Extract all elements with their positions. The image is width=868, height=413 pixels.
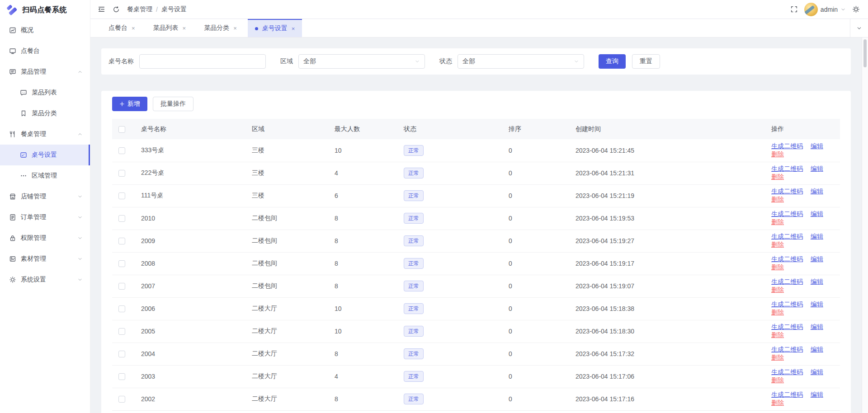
sidebar-item-order-management[interactable]: 订单管理 bbox=[0, 207, 90, 228]
refresh-button[interactable] bbox=[113, 6, 120, 13]
cell-created-time: 2023-06-04 15:19:07 bbox=[576, 275, 771, 297]
user-menu[interactable]: admin bbox=[804, 3, 846, 16]
row-checkbox[interactable] bbox=[118, 328, 125, 335]
sidebar-item-overview[interactable]: 概况 bbox=[0, 20, 90, 41]
cell-sort: 0 bbox=[509, 320, 576, 343]
tab-order-station[interactable]: 点餐台 × bbox=[101, 19, 142, 37]
edit-link[interactable]: 编辑 bbox=[811, 300, 823, 308]
generate-qrcode-link[interactable]: 生成二维码 bbox=[771, 278, 803, 285]
breadcrumb: 餐桌管理 / 桌号设置 bbox=[127, 5, 187, 14]
delete-link[interactable]: 删除 bbox=[771, 286, 784, 293]
generate-qrcode-link[interactable]: 生成二维码 bbox=[771, 210, 803, 217]
row-checkbox[interactable] bbox=[118, 147, 125, 154]
status-select[interactable]: 全部 bbox=[458, 54, 584, 69]
sidebar-item-system-settings[interactable]: 系统设置 bbox=[0, 269, 90, 290]
row-checkbox[interactable] bbox=[118, 351, 125, 357]
tab-dish-list[interactable]: 菜品列表 × bbox=[146, 19, 193, 37]
edit-link[interactable]: 编辑 bbox=[811, 368, 823, 375]
column-header-status: 状态 bbox=[404, 119, 509, 139]
delete-link[interactable]: 删除 bbox=[771, 309, 784, 316]
generate-qrcode-link[interactable]: 生成二维码 bbox=[771, 142, 803, 150]
cell-area: 二楼大厅 bbox=[252, 297, 335, 320]
sidebar-item-dish-list[interactable]: 菜品列表 bbox=[0, 82, 90, 103]
table-name-input[interactable] bbox=[139, 54, 266, 69]
cell-table-name: 333号桌 bbox=[141, 139, 252, 162]
fullscreen-button[interactable] bbox=[790, 5, 798, 13]
scrollbar-thumb[interactable] bbox=[863, 39, 867, 67]
tab-close-icon[interactable]: × bbox=[132, 25, 135, 31]
sidebar-collapse-button[interactable] bbox=[98, 5, 105, 13]
edit-link[interactable]: 编辑 bbox=[811, 188, 823, 195]
generate-qrcode-link[interactable]: 生成二维码 bbox=[771, 391, 803, 398]
column-header-sort: 排序 bbox=[509, 119, 576, 139]
delete-link[interactable]: 删除 bbox=[771, 241, 784, 248]
tab-table-number-settings[interactable]: 桌号设置 × bbox=[248, 19, 302, 37]
delete-link[interactable]: 删除 bbox=[771, 354, 784, 361]
generate-qrcode-link[interactable]: 生成二维码 bbox=[771, 300, 803, 308]
sidebar-item-dish-management[interactable]: 菜品管理 bbox=[0, 61, 90, 82]
edit-link[interactable]: 编辑 bbox=[811, 255, 823, 263]
generate-qrcode-link[interactable]: 生成二维码 bbox=[771, 233, 803, 240]
row-checkbox[interactable] bbox=[118, 396, 125, 403]
generate-qrcode-link[interactable]: 生成二维码 bbox=[771, 346, 803, 353]
tab-dish-category[interactable]: 菜品分类 × bbox=[197, 19, 244, 37]
edit-link[interactable]: 编辑 bbox=[811, 391, 823, 398]
sidebar-item-table-number-settings[interactable]: 桌号设置 bbox=[0, 145, 90, 165]
app-logo[interactable]: 扫码点餐系统 bbox=[0, 0, 90, 20]
cell-sort: 0 bbox=[509, 365, 576, 388]
delete-link[interactable]: 删除 bbox=[771, 399, 784, 406]
add-button[interactable]: 新增 bbox=[112, 97, 147, 111]
tab-options-button[interactable] bbox=[850, 19, 868, 37]
cell-sort: 0 bbox=[509, 275, 576, 297]
tab-close-icon[interactable]: × bbox=[292, 26, 295, 32]
edit-link[interactable]: 编辑 bbox=[811, 323, 823, 330]
cell-area: 二楼大厅 bbox=[252, 343, 335, 365]
tab-close-icon[interactable]: × bbox=[233, 25, 237, 31]
delete-link[interactable]: 删除 bbox=[771, 150, 784, 158]
edit-link[interactable]: 编辑 bbox=[811, 346, 823, 353]
delete-link[interactable]: 删除 bbox=[771, 218, 784, 225]
tab-close-icon[interactable]: × bbox=[183, 25, 186, 31]
select-all-checkbox[interactable] bbox=[118, 126, 125, 133]
generate-qrcode-link[interactable]: 生成二维码 bbox=[771, 165, 803, 172]
generate-qrcode-link[interactable]: 生成二维码 bbox=[771, 188, 803, 195]
sidebar-item-shop-management[interactable]: 店铺管理 bbox=[0, 186, 90, 207]
row-checkbox[interactable] bbox=[118, 260, 125, 267]
search-button[interactable]: 查询 bbox=[599, 54, 626, 69]
cell-sort: 0 bbox=[509, 343, 576, 365]
row-checkbox[interactable] bbox=[118, 215, 125, 222]
row-checkbox[interactable] bbox=[118, 238, 125, 244]
sidebar-item-area-management[interactable]: 区域管理 bbox=[0, 165, 90, 186]
sidebar-item-dish-category[interactable]: 菜品分类 bbox=[0, 103, 90, 124]
cell-table-name: 2004 bbox=[141, 343, 252, 365]
delete-link[interactable]: 删除 bbox=[771, 173, 784, 180]
delete-link[interactable]: 删除 bbox=[771, 376, 784, 384]
generate-qrcode-link[interactable]: 生成二维码 bbox=[771, 255, 803, 263]
row-checkbox[interactable] bbox=[118, 192, 125, 199]
table-row: 2002 二楼大厅 8 正常 0 2023-06-04 15:17:16 生成二… bbox=[112, 388, 840, 410]
area-select[interactable]: 全部 bbox=[298, 54, 425, 69]
delete-link[interactable]: 删除 bbox=[771, 196, 784, 203]
breadcrumb-section[interactable]: 餐桌管理 bbox=[127, 5, 152, 14]
row-checkbox[interactable] bbox=[118, 305, 125, 312]
sidebar-item-material-management[interactable]: 素材管理 bbox=[0, 249, 90, 269]
tables-table: 桌号名称 区域 最大人数 状态 排序 创建时间 操作 333号桌 三楼 10 bbox=[112, 119, 840, 411]
settings-button[interactable] bbox=[852, 5, 860, 13]
edit-link[interactable]: 编辑 bbox=[811, 142, 823, 150]
sidebar-item-permission-management[interactable]: 权限管理 bbox=[0, 228, 90, 249]
edit-link[interactable]: 编辑 bbox=[811, 165, 823, 172]
reset-button[interactable]: 重置 bbox=[632, 54, 660, 69]
delete-link[interactable]: 删除 bbox=[771, 331, 784, 338]
edit-link[interactable]: 编辑 bbox=[811, 210, 823, 217]
sidebar-item-order-station[interactable]: 点餐台 bbox=[0, 41, 90, 61]
edit-link[interactable]: 编辑 bbox=[811, 278, 823, 285]
row-checkbox[interactable] bbox=[118, 373, 125, 380]
sidebar-item-table-management[interactable]: 餐桌管理 bbox=[0, 124, 90, 145]
generate-qrcode-link[interactable]: 生成二维码 bbox=[771, 323, 803, 330]
edit-link[interactable]: 编辑 bbox=[811, 233, 823, 240]
batch-operations-button[interactable]: 批量操作 bbox=[153, 97, 193, 111]
delete-link[interactable]: 删除 bbox=[771, 263, 784, 271]
generate-qrcode-link[interactable]: 生成二维码 bbox=[771, 368, 803, 375]
row-checkbox[interactable] bbox=[118, 170, 125, 177]
row-checkbox[interactable] bbox=[118, 283, 125, 290]
